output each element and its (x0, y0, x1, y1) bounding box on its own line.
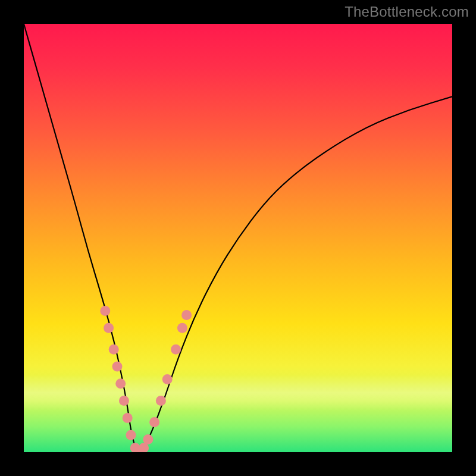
data-point (181, 310, 192, 320)
data-point (171, 345, 181, 355)
bottleneck-curve (24, 24, 452, 451)
plot-area (24, 24, 452, 452)
data-point (156, 396, 166, 406)
data-point (123, 413, 133, 423)
data-point (162, 374, 173, 384)
data-point (104, 323, 114, 333)
watermark-text: TheBottleneck.com (345, 4, 469, 20)
data-point (109, 345, 119, 355)
data-point (115, 378, 126, 389)
data-markers (100, 306, 192, 452)
data-point (149, 417, 159, 427)
data-point (112, 362, 123, 372)
chart-frame: TheBottleneck.com (0, 0, 476, 476)
data-point (126, 430, 136, 440)
data-point (100, 306, 110, 316)
data-point (177, 323, 187, 333)
chart-svg (24, 24, 452, 452)
data-point (119, 396, 129, 406)
data-point (143, 434, 153, 444)
